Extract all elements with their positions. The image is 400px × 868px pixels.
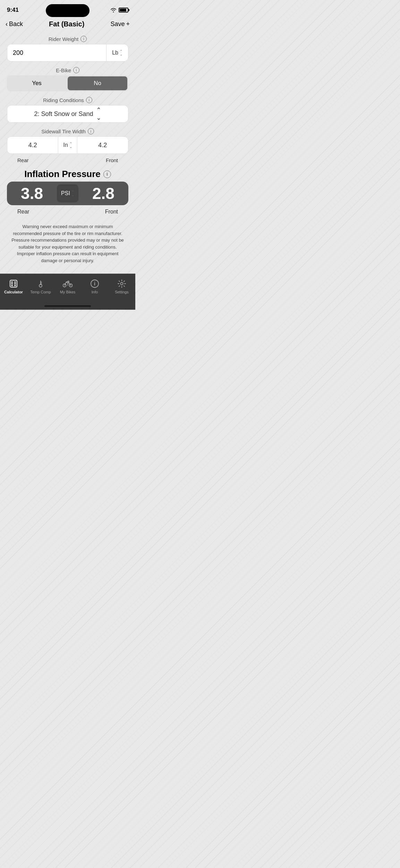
tire-width-unit-picker[interactable]: In — [58, 137, 77, 153]
ebike-section: E-Bike i Yes No — [7, 67, 128, 91]
svg-rect-6 — [14, 285, 16, 286]
navigation-bar: ‹ Back Fat (Basic) Save + — [0, 17, 135, 32]
riding-conditions-section: Riding Conditions i 2: Soft Snow or Sand… — [7, 97, 128, 123]
pressure-row: 3.8 PSI 2.8 — [7, 182, 128, 205]
riding-conditions-info-icon[interactable]: i — [86, 97, 92, 103]
rider-weight-input[interactable] — [7, 44, 106, 61]
svg-point-14 — [68, 281, 69, 282]
info-tab-icon: i — [90, 279, 100, 289]
page-title: Fat (Basic) — [49, 20, 84, 28]
tab-my-bikes-label: My Bikes — [60, 290, 76, 294]
calculator-icon — [9, 279, 18, 289]
tire-width-front-label: Front — [106, 157, 118, 163]
battery-icon — [119, 8, 128, 12]
tab-settings-label: Settings — [115, 290, 129, 294]
rider-weight-info-icon[interactable]: i — [80, 36, 87, 42]
pressure-rear-value: 3.8 — [7, 182, 57, 205]
tab-bar: Calculator Temp Comp — [0, 274, 135, 304]
pressure-labels: Rear Front — [7, 207, 128, 215]
tab-temp-comp-label: Temp Comp — [30, 290, 51, 294]
inflation-pressure-title: Inflation Pressure i — [7, 169, 128, 180]
svg-point-17 — [121, 283, 123, 285]
tire-width-rear-label: Rear — [17, 157, 29, 163]
rider-weight-label: Rider Weight i — [7, 36, 128, 42]
tire-width-rear-value[interactable]: 4.2 — [7, 137, 58, 153]
status-bar: 9:41 — [0, 0, 135, 17]
ebike-info-icon[interactable]: i — [73, 67, 79, 73]
warning-text: Warning never exceed maximum or minimum … — [7, 220, 128, 267]
save-plus-icon: + — [126, 20, 130, 28]
tire-width-row: 4.2 In 4.2 — [7, 136, 128, 154]
pressure-rear-label: Rear — [17, 209, 29, 215]
svg-text:i: i — [94, 281, 95, 286]
home-indicator — [44, 305, 91, 307]
back-label: Back — [9, 20, 23, 28]
rider-weight-input-row: Lb — [7, 44, 128, 61]
svg-rect-3 — [11, 283, 13, 284]
settings-icon — [117, 279, 127, 289]
tire-width-labels: Rear Front — [7, 156, 128, 163]
my-bikes-icon — [63, 279, 73, 289]
tire-width-section: Sidewall Tire Width i 4.2 In 4.2 Rear Fr… — [7, 128, 128, 163]
rider-weight-unit-picker[interactable]: Lb — [106, 44, 128, 61]
status-time: 9:41 — [7, 7, 19, 14]
svg-rect-4 — [14, 283, 16, 284]
dynamic-island — [46, 4, 90, 17]
rider-weight-section: Rider Weight i Lb — [7, 36, 128, 61]
tab-calculator[interactable]: Calculator — [0, 277, 27, 295]
inflation-pressure-info-icon[interactable]: i — [103, 170, 111, 178]
tab-settings[interactable]: Settings — [108, 277, 135, 295]
ebike-yes-option[interactable]: Yes — [7, 75, 67, 91]
save-button[interactable]: Save + — [110, 20, 130, 28]
back-button[interactable]: ‹ Back — [6, 20, 23, 28]
ebike-label: E-Bike i — [7, 67, 128, 73]
svg-rect-5 — [11, 285, 13, 286]
tire-width-unit-label: In — [63, 142, 68, 148]
tab-info-label: Info — [92, 290, 98, 294]
back-chevron-icon: ‹ — [6, 20, 8, 28]
riding-conditions-chevron: ⌃⌄ — [96, 106, 101, 122]
tire-width-unit-chevron — [69, 142, 72, 149]
ebike-no-option[interactable]: No — [68, 76, 127, 90]
riding-conditions-label: Riding Conditions i — [7, 97, 128, 103]
tab-temp-comp[interactable]: Temp Comp — [27, 277, 54, 295]
wifi-icon — [110, 8, 117, 12]
home-indicator-container — [0, 304, 135, 310]
riding-conditions-dropdown[interactable]: 2: Soft Snow or Sand ⌃⌄ — [7, 105, 128, 123]
inflation-pressure-section: Inflation Pressure i 3.8 PSI 2.8 Rear Fr… — [7, 169, 128, 215]
svg-rect-2 — [14, 282, 16, 283]
pressure-unit-picker[interactable]: PSI — [57, 184, 78, 202]
tab-info[interactable]: i Info — [81, 277, 108, 295]
tire-width-label: Sidewall Tire Width i — [7, 128, 128, 134]
tire-width-front-value[interactable]: 4.2 — [77, 137, 128, 153]
rider-weight-unit-chevron — [120, 50, 122, 56]
pressure-front-label: Front — [105, 209, 118, 215]
ebike-toggle: Yes No — [7, 75, 128, 91]
tab-calculator-label: Calculator — [4, 290, 23, 294]
svg-rect-1 — [11, 282, 13, 283]
pressure-front-value: 2.8 — [78, 182, 128, 205]
save-label: Save — [110, 20, 125, 28]
pressure-unit-chevron — [71, 190, 74, 197]
riding-conditions-selected: 2: Soft Snow or Sand — [34, 110, 93, 118]
tire-width-info-icon[interactable]: i — [88, 128, 94, 134]
pressure-unit-label: PSI — [61, 190, 70, 197]
status-icons — [110, 8, 128, 12]
tab-my-bikes[interactable]: My Bikes — [54, 277, 81, 295]
temp-comp-icon — [36, 279, 45, 289]
main-content: Rider Weight i Lb E-Bike i Yes No — [0, 32, 135, 274]
rider-weight-unit-label: Lb — [112, 50, 118, 56]
